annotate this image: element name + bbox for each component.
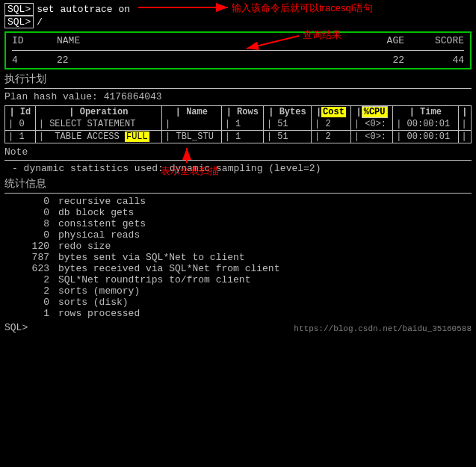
cell-age: 22 <box>347 54 407 67</box>
plan-cell-cost-0: | 2 <box>312 118 351 131</box>
plan-col-rows: | Rows <box>221 106 263 118</box>
command-annotation: 输入该命令后就可以tracesql语句 <box>232 1 373 15</box>
plan-table: | Id | Operation | Name | Rows | Bytes |… <box>5 106 471 143</box>
stats-row: 623bytes received via SQL*Net from clien… <box>19 263 472 274</box>
plan-col-end: | <box>458 106 471 118</box>
sql-label-2: SQL> <box>4 16 34 28</box>
cpu-highlight: %CPU <box>362 106 388 118</box>
stats-row: 0sorts (disk) <box>19 297 472 308</box>
plan-hash-line: Plan hash value: 4176864043 <box>4 91 472 102</box>
execution-plan-title: 执行计划 <box>4 72 472 86</box>
stats-table: 0recursive calls0db block gets8consisten… <box>19 196 472 319</box>
result-annotation: 查询结果 <box>303 28 341 42</box>
plan-row-0: | 0 | SELECT STATEMENT | | 1 | 51 | 2 | … <box>5 118 471 131</box>
stats-num: 0 <box>19 229 49 241</box>
stats-section: 统计信息 0recursive calls0db block gets8cons… <box>4 177 472 319</box>
plan-col-bytes: | Bytes <box>263 106 311 118</box>
plan-col-cpu: |%CPU <box>350 106 392 118</box>
result-divider <box>9 47 467 54</box>
plan-cell-cpu-0: | <0>: <box>350 118 392 131</box>
stats-label: physical reads <box>58 229 140 241</box>
stats-num: 0 <box>19 207 49 218</box>
plan-cell-op-1: | TABLE ACCESS FULL <box>35 131 161 143</box>
stats-label: rows processed <box>58 308 140 319</box>
terminal: SQL> set autotrace on SQL> / ID NAME AGE… <box>0 0 476 336</box>
stats-row: 8consistent gets <box>19 218 472 229</box>
note-title: Note <box>4 146 472 158</box>
plan-col-cost: |Cost <box>312 106 351 118</box>
full-highlight: FULL <box>125 132 149 142</box>
plan-col-time: | Time <box>393 106 458 118</box>
stats-label: sorts (memory) <box>58 285 140 297</box>
stats-label: consistent gets <box>58 218 146 229</box>
note-divider <box>4 160 472 161</box>
plan-table-wrapper: | Id | Operation | Name | Rows | Bytes |… <box>4 105 472 143</box>
stats-label: redo size <box>58 241 111 252</box>
plan-cell-name-1: | TBL_STU <box>162 131 222 143</box>
plan-cell-id-0: | 0 <box>5 118 35 131</box>
note-content: - dynamic statistics used: dynamic sampl… <box>12 163 472 174</box>
query-result-table: ID NAME AGE SCORE 4 22 22 44 <box>9 34 467 67</box>
stats-row: 0db block gets <box>19 207 472 218</box>
footer-url: https://blog.csdn.net/baidu_35160588 <box>294 324 472 333</box>
plan-cell-rows-1: | 1 <box>221 131 263 143</box>
sql-label-1: SQL> <box>4 3 34 16</box>
stats-label: bytes sent via SQL*Net to client <box>58 252 245 263</box>
stats-row: 2SQL*Net roundtrips to/from client <box>19 274 472 285</box>
stats-label: db block gets <box>58 207 134 218</box>
plan-cell-op-0: | SELECT STATEMENT <box>35 118 161 131</box>
col-score-header: SCORE <box>407 34 467 47</box>
stats-title: 统计信息 <box>4 177 472 191</box>
plan-col-operation: | Operation <box>35 106 161 118</box>
cost-highlight: Cost <box>321 107 346 117</box>
plan-cell-name-0: | <box>162 118 222 131</box>
plan-cell-cpu-1: | <0>: <box>350 131 392 143</box>
stats-row: 1rows processed <box>19 308 472 319</box>
stats-label: SQL*Net roundtrips to/from client <box>58 274 250 285</box>
plan-cell-end-1: | <box>458 131 471 143</box>
stats-num: 0 <box>19 196 49 207</box>
cell-score: 44 <box>407 54 467 67</box>
stats-num: 1 <box>19 308 49 319</box>
stats-row: 0physical reads <box>19 229 472 241</box>
cell-name: 22 <box>54 54 347 67</box>
plan-row-1: | 1 | TABLE ACCESS FULL | TBL_STU | 1 | … <box>5 131 471 143</box>
plan-cell-time-1: | 00:00:01 <box>393 131 458 143</box>
col-id-header: ID <box>9 34 54 47</box>
stats-num: 8 <box>19 218 49 229</box>
stats-num: 0 <box>19 297 49 308</box>
stats-label: recursive calls <box>58 196 146 207</box>
query-result-wrapper: ID NAME AGE SCORE 4 22 22 44 <box>4 31 472 69</box>
col-age-header: AGE <box>347 34 407 47</box>
plan-hash-value: 4176864043 <box>104 91 162 102</box>
plan-col-name: | Name <box>162 106 222 118</box>
plan-cell-time-0: | 00:00:01 <box>393 118 458 131</box>
stats-num: 2 <box>19 285 49 297</box>
sql-command-2: / <box>37 16 43 28</box>
plan-cell-bytes-1: | 51 <box>263 131 311 143</box>
sql-prompt-2: SQL> / <box>4 16 472 28</box>
plan-header-row: | Id | Operation | Name | Rows | Bytes |… <box>5 106 471 118</box>
stats-row: 0recursive calls <box>19 196 472 207</box>
stats-num: 623 <box>19 263 49 274</box>
plan-col-id: | Id <box>5 106 35 118</box>
stats-row: 787bytes sent via SQL*Net to client <box>19 252 472 263</box>
stats-num: 2 <box>19 274 49 285</box>
stats-label: bytes received via SQL*Net from client <box>58 263 279 274</box>
cell-id: 4 <box>9 54 54 67</box>
plan-cell-id-1: | 1 <box>5 131 35 143</box>
stats-row: 120redo size <box>19 241 472 252</box>
plan-top-divider <box>4 88 472 89</box>
plan-cell-cost-1: | 2 <box>312 131 351 143</box>
stats-num: 787 <box>19 252 49 263</box>
full-scan-annotation: 表示全表扫描 <box>161 164 219 178</box>
stats-label: sorts (disk) <box>58 297 129 308</box>
plan-cell-rows-0: | 1 <box>221 118 263 131</box>
stats-row: 2sorts (memory) <box>19 285 472 297</box>
table-row: 4 22 22 44 <box>9 54 467 67</box>
plan-cell-bytes-0: | 51 <box>263 118 311 131</box>
sql-command-1: set autotrace on <box>37 4 130 15</box>
note-section: Note - dynamic statistics used: dynamic … <box>4 146 472 174</box>
plan-hash-label: Plan hash value: <box>4 91 98 102</box>
stats-num: 120 <box>19 241 49 252</box>
